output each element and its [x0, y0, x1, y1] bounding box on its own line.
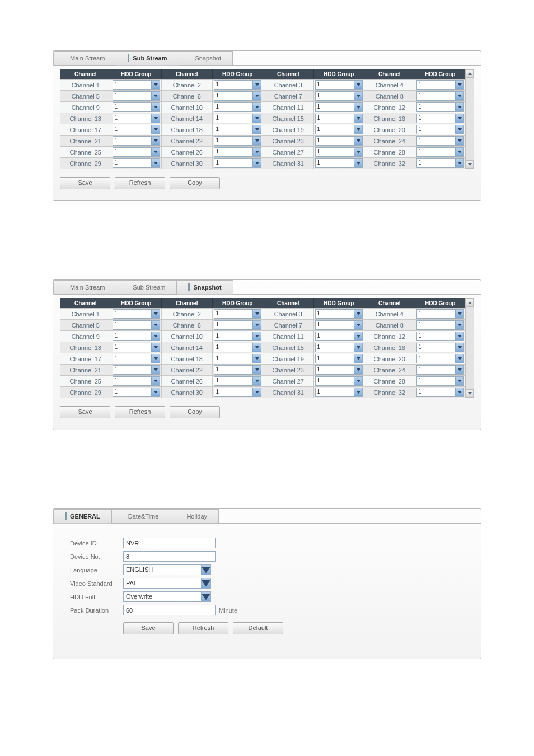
- hdd-group-select[interactable]: 1: [416, 354, 465, 363]
- language-select[interactable]: ENGLISH: [123, 564, 211, 575]
- hdd-group-select[interactable]: 1: [315, 343, 363, 352]
- hdd-group-select[interactable]: 1: [416, 376, 465, 386]
- tab-general[interactable]: GENERAL: [53, 509, 112, 524]
- copy-button[interactable]: Copy: [170, 406, 220, 418]
- hdd-group-select[interactable]: 1: [214, 102, 262, 112]
- hdd-group-select[interactable]: 1: [416, 309, 465, 319]
- hdd-group-select[interactable]: 1: [214, 80, 262, 90]
- hdd-group-select[interactable]: 1: [214, 343, 262, 352]
- hdd-group-select[interactable]: 1: [416, 125, 465, 134]
- hdd-group-select[interactable]: 1: [214, 309, 262, 319]
- hdd-group-select[interactable]: 1: [416, 158, 465, 168]
- channel-label: Channel 31: [263, 387, 314, 398]
- hdd-full-select[interactable]: Overwrite: [123, 591, 211, 602]
- copy-button[interactable]: Copy: [170, 177, 220, 189]
- tab-sub-stream[interactable]: Sub Stream: [116, 51, 179, 66]
- hdd-group-select[interactable]: 1: [315, 136, 363, 146]
- hdd-group-select[interactable]: 1: [315, 125, 363, 134]
- hdd-group-select[interactable]: 1: [113, 309, 161, 319]
- hdd-group-select[interactable]: 1: [315, 365, 363, 375]
- hdd-group-select[interactable]: 1: [113, 80, 161, 90]
- default-button[interactable]: Default: [233, 622, 283, 634]
- scroll-up-icon[interactable]: [466, 69, 474, 78]
- hdd-group-select[interactable]: 1: [315, 80, 363, 90]
- hdd-group-select[interactable]: 1: [214, 158, 262, 168]
- refresh-button[interactable]: Refresh: [115, 406, 165, 418]
- hdd-group-select[interactable]: 1: [214, 388, 262, 397]
- hdd-group-select[interactable]: 1: [416, 365, 465, 375]
- hdd-group-select[interactable]: 1: [315, 388, 363, 397]
- pack-duration-input[interactable]: [123, 605, 216, 615]
- hdd-group-select[interactable]: 1: [416, 332, 465, 341]
- tab-main-stream[interactable]: Main Stream: [53, 280, 116, 295]
- hdd-group-select[interactable]: 1: [315, 102, 363, 112]
- hdd-group-select[interactable]: 1: [315, 376, 363, 386]
- hdd-group-select[interactable]: 1: [113, 376, 161, 386]
- hdd-group-select[interactable]: 1: [315, 114, 363, 123]
- hdd-group-select[interactable]: 1: [416, 102, 465, 112]
- hdd-group-select[interactable]: 1: [113, 114, 161, 123]
- chevron-down-icon: [354, 366, 362, 374]
- tab-snapshot[interactable]: Snapshot: [179, 51, 233, 66]
- save-button[interactable]: Save: [60, 177, 110, 189]
- hdd-group-select[interactable]: 1: [315, 309, 363, 319]
- tab-date-time[interactable]: Date&Time: [112, 509, 171, 524]
- hdd-group-select[interactable]: 1: [214, 332, 262, 341]
- select-value: 1: [316, 310, 354, 318]
- hdd-group-select[interactable]: 1: [214, 376, 262, 386]
- hdd-group-cell: 1: [111, 376, 162, 386]
- hdd-group-select[interactable]: 1: [113, 136, 161, 146]
- hdd-group-select[interactable]: 1: [416, 136, 465, 146]
- hdd-group-select[interactable]: 1: [416, 91, 465, 101]
- hdd-group-select[interactable]: 1: [113, 354, 161, 363]
- scroll-down-icon[interactable]: [466, 389, 474, 398]
- scrollbar[interactable]: [465, 69, 474, 169]
- tab-holiday[interactable]: Holiday: [170, 509, 219, 524]
- select-value: 1: [214, 125, 253, 134]
- device-id-input[interactable]: [123, 538, 216, 548]
- save-button[interactable]: Save: [60, 406, 110, 418]
- hdd-group-select[interactable]: 1: [214, 147, 262, 157]
- hdd-group-select[interactable]: 1: [315, 158, 363, 168]
- hdd-group-select[interactable]: 1: [315, 332, 363, 341]
- hdd-group-select[interactable]: 1: [416, 320, 465, 330]
- hdd-group-select[interactable]: 1: [113, 125, 161, 134]
- hdd-group-select[interactable]: 1: [416, 80, 465, 90]
- hdd-group-select[interactable]: 1: [214, 320, 262, 330]
- hdd-group-select[interactable]: 1: [113, 365, 161, 375]
- hdd-group-select[interactable]: 1: [416, 114, 465, 123]
- hdd-group-select[interactable]: 1: [214, 365, 262, 375]
- video-standard-select[interactable]: PAL: [123, 578, 211, 589]
- hdd-group-select[interactable]: 1: [113, 343, 161, 352]
- scroll-down-icon[interactable]: [466, 160, 474, 169]
- hdd-group-select[interactable]: 1: [113, 147, 161, 157]
- hdd-group-select[interactable]: 1: [214, 114, 262, 123]
- hdd-group-select[interactable]: 1: [214, 91, 262, 101]
- hdd-group-select[interactable]: 1: [113, 332, 161, 341]
- hdd-group-select[interactable]: 1: [113, 320, 161, 330]
- refresh-button[interactable]: Refresh: [115, 177, 165, 189]
- save-button[interactable]: Save: [123, 622, 174, 634]
- hdd-group-select[interactable]: 1: [113, 102, 161, 112]
- hdd-group-select[interactable]: 1: [416, 343, 465, 352]
- hdd-group-select[interactable]: 1: [315, 147, 363, 157]
- hdd-group-select[interactable]: 1: [315, 320, 363, 330]
- hdd-group-select[interactable]: 1: [315, 354, 363, 363]
- scroll-up-icon[interactable]: [466, 298, 474, 307]
- hdd-group-select[interactable]: 1: [416, 388, 465, 397]
- hdd-group-select[interactable]: 1: [214, 354, 262, 363]
- tab-snapshot[interactable]: Snapshot: [177, 280, 233, 295]
- button-row: Save Refresh Copy: [60, 406, 474, 418]
- hdd-group-select[interactable]: 1: [214, 136, 262, 146]
- hdd-group-select[interactable]: 1: [416, 147, 465, 157]
- hdd-group-select[interactable]: 1: [113, 388, 161, 397]
- tab-main-stream[interactable]: Main Stream: [53, 51, 116, 66]
- refresh-button[interactable]: Refresh: [178, 622, 228, 634]
- hdd-group-select[interactable]: 1: [315, 91, 363, 101]
- scrollbar[interactable]: [465, 298, 474, 398]
- hdd-group-select[interactable]: 1: [214, 125, 262, 134]
- device-no-input[interactable]: [123, 551, 216, 562]
- hdd-group-select[interactable]: 1: [113, 158, 161, 168]
- hdd-group-select[interactable]: 1: [113, 91, 161, 101]
- tab-sub-stream[interactable]: Sub Stream: [116, 280, 177, 295]
